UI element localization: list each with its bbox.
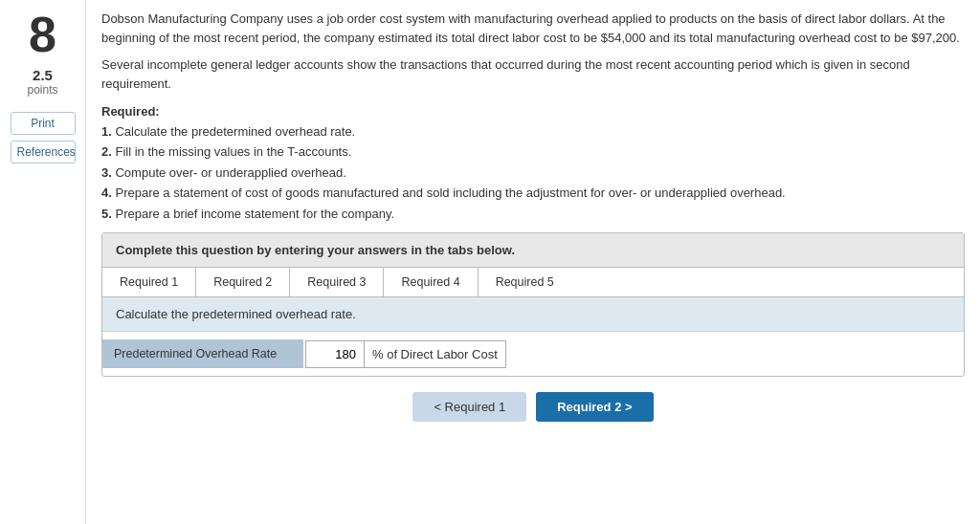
tab-required4[interactable]: Required 4 [384, 268, 478, 296]
question-text: Dobson Manufacturing Company uses a job … [101, 10, 965, 95]
required-section: Required: 1. Calculate the predetermined… [101, 104, 965, 224]
tab-required3[interactable]: Required 3 [290, 268, 384, 296]
left-sidebar: 8 2.5 points Print References [0, 0, 86, 524]
req-num-5: 5. [101, 207, 112, 221]
tab-required2[interactable]: Required 2 [196, 268, 290, 296]
overhead-rate-row: Predetermined Overhead Rate % of Direct … [102, 332, 964, 376]
nav-buttons-row: < Required 1 Required 2 > [101, 377, 965, 429]
tab-content: Calculate the predetermined overhead rat… [102, 297, 964, 376]
list-item: 4. Prepare a statement of cost of goods … [101, 184, 965, 203]
list-item: 3. Compute over- or underapplied overhea… [101, 164, 965, 183]
overhead-rate-input[interactable] [306, 341, 364, 367]
req-text-1: Calculate the predetermined overhead rat… [115, 124, 355, 139]
prev-chevron-icon: < [434, 400, 441, 414]
prev-button-label: Required 1 [445, 400, 506, 414]
overhead-rate-unit: % of Direct Labor Cost [364, 341, 505, 367]
req-num-1: 1. [101, 124, 112, 139]
tab-required5[interactable]: Required 5 [479, 268, 571, 296]
required-title: Required: [101, 104, 965, 119]
req-text-3: Compute over- or underapplied overhead. [115, 165, 345, 180]
main-content: Dobson Manufacturing Company uses a job … [86, 0, 980, 524]
question-paragraph2: Several incomplete general ledger accoun… [101, 55, 965, 94]
question-number: 8 [29, 10, 56, 59]
points-label: points [27, 83, 57, 97]
answer-box: Complete this question by entering your … [101, 232, 965, 377]
req-num-3: 3. [101, 165, 112, 180]
req-num-4: 4. [101, 186, 112, 200]
list-item: 1. Calculate the predetermined overhead … [101, 122, 965, 142]
requirements-list: 1. Calculate the predetermined overhead … [101, 122, 965, 224]
points-value: 2.5 [33, 67, 53, 83]
print-button[interactable]: Print [11, 112, 76, 135]
req-text-5: Prepare a brief income statement for the… [115, 207, 394, 221]
req-num-2: 2. [101, 144, 112, 159]
req-text-2: Fill in the missing values in the T-acco… [115, 144, 351, 159]
tab-required1[interactable]: Required 1 [102, 268, 196, 296]
next-button[interactable]: Required 2 > [536, 392, 653, 422]
list-item: 2. Fill in the missing values in the T-a… [101, 142, 965, 162]
overhead-rate-label: Predetermined Overhead Rate [102, 339, 303, 368]
answer-box-header: Complete this question by entering your … [102, 233, 964, 268]
references-button[interactable]: References [11, 141, 76, 164]
tab-instruction: Calculate the predetermined overhead rat… [102, 297, 964, 332]
question-paragraph1: Dobson Manufacturing Company uses a job … [101, 10, 965, 48]
list-item: 5. Prepare a brief income statement for … [101, 205, 965, 224]
overhead-input-group: % of Direct Labor Cost [305, 340, 506, 368]
next-chevron-icon: > [625, 400, 633, 414]
req-text-4: Prepare a statement of cost of goods man… [115, 186, 785, 200]
next-button-label: Required 2 [557, 400, 621, 414]
tabs-row: Required 1 Required 2 Required 3 Require… [102, 268, 964, 297]
prev-button[interactable]: < Required 1 [412, 392, 526, 422]
